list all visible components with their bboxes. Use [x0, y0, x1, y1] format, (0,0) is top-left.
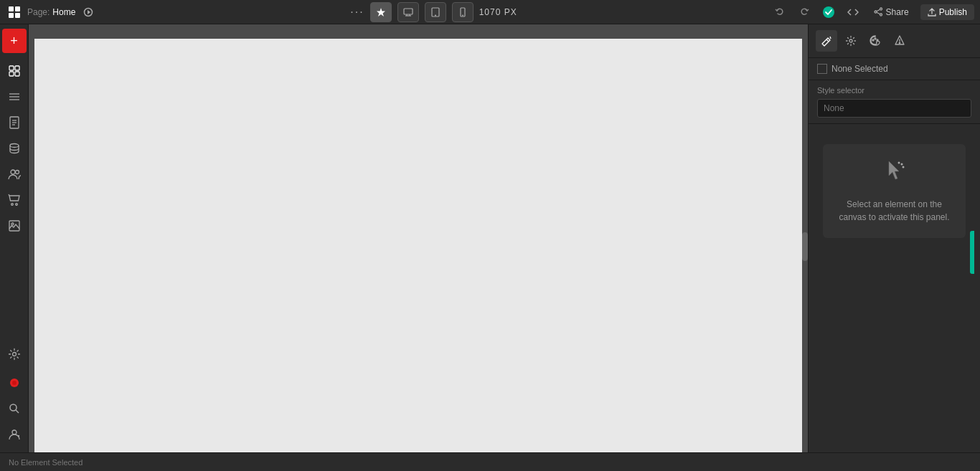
svg-point-16: [880, 8, 882, 10]
right-panel: None Selected Style selector Select an e…: [808, 24, 980, 452]
sidebar-item-layers[interactable]: [2, 85, 27, 109]
panel-empty-state: Select an element on the canvas to activ…: [823, 144, 966, 238]
svg-rect-0: [9, 6, 14, 11]
svg-point-43: [10, 404, 17, 411]
canvas-tool-mobile[interactable]: [452, 2, 473, 22]
none-selected-header: None Selected: [809, 58, 980, 80]
tab-color[interactable]: [864, 30, 886, 52]
topbar: Page: Home ···: [0, 0, 980, 24]
svg-point-39: [11, 223, 14, 225]
main-layout: +: [0, 24, 980, 452]
svg-rect-24: [15, 72, 19, 76]
canvas-resize-handle-right[interactable]: [802, 232, 808, 261]
add-element-button[interactable]: +: [2, 29, 27, 53]
more-options-icon[interactable]: ···: [350, 6, 364, 19]
svg-rect-3: [15, 13, 20, 18]
right-panel-tabs: [809, 24, 980, 58]
sidebar-item-settings[interactable]: [2, 342, 27, 366]
svg-rect-2: [9, 13, 14, 18]
code-view-button[interactable]: [844, 3, 862, 22]
none-selected-label: None Selected: [831, 64, 888, 74]
redo-button[interactable]: [795, 3, 814, 22]
svg-point-17: [875, 11, 877, 13]
publish-button[interactable]: Publish: [920, 4, 974, 20]
none-selected-checkbox[interactable]: [817, 64, 827, 74]
svg-marker-6: [377, 8, 385, 16]
svg-point-59: [902, 166, 904, 168]
svg-point-42: [12, 381, 17, 385]
tab-settings[interactable]: [840, 30, 862, 52]
svg-point-51: [872, 39, 874, 41]
sidebar-item-search[interactable]: [2, 396, 27, 421]
page-info: Page: Home: [27, 7, 75, 17]
sidebar-item-record[interactable]: [2, 371, 27, 395]
element-status-text: No Element Selected: [9, 458, 83, 467]
svg-point-53: [877, 39, 878, 41]
svg-point-15: [823, 6, 834, 18]
right-scroll-indicator: [970, 231, 974, 274]
tab-actions[interactable]: [889, 30, 910, 52]
svg-point-50: [849, 39, 852, 42]
style-selector-input[interactable]: [817, 99, 971, 118]
sidebar-item-elements[interactable]: [2, 59, 27, 83]
sidebar-bottom: [2, 342, 27, 368]
canvas-tool-desktop[interactable]: [397, 2, 419, 22]
undo-button[interactable]: [771, 3, 789, 22]
share-button[interactable]: Share: [868, 4, 915, 20]
sidebar-item-pages[interactable]: [2, 110, 27, 135]
svg-point-58: [900, 163, 903, 166]
canvas-area[interactable]: [29, 24, 808, 452]
sidebar-item-members[interactable]: [2, 162, 27, 186]
svg-point-18: [880, 14, 882, 16]
sidebar-item-media[interactable]: [2, 214, 27, 238]
page-name[interactable]: Home: [52, 7, 75, 17]
status-indicator[interactable]: [819, 3, 838, 22]
share-label: Share: [886, 7, 909, 17]
bottom-bar: No Element Selected: [0, 452, 980, 471]
canvas-frame[interactable]: [34, 39, 802, 452]
sidebar-item-database[interactable]: [2, 136, 27, 161]
panel-content-area: Select an element on the canvas to activ…: [809, 124, 980, 452]
svg-rect-1: [15, 6, 20, 11]
svg-point-32: [10, 144, 19, 148]
topbar-right: Share Publish: [771, 3, 974, 22]
svg-point-14: [462, 15, 463, 16]
svg-point-57: [897, 162, 900, 164]
svg-line-19: [877, 9, 880, 11]
app-logo[interactable]: [6, 4, 23, 21]
svg-point-52: [875, 38, 876, 39]
style-selector-section: Style selector: [809, 80, 980, 124]
sidebar-item-store[interactable]: [2, 188, 27, 212]
svg-point-36: [15, 204, 17, 206]
panel-empty-text: Select an element on the canvas to activ…: [837, 198, 951, 224]
svg-rect-7: [404, 9, 413, 14]
page-settings-icon[interactable]: [80, 4, 97, 21]
svg-point-45: [12, 430, 17, 434]
svg-rect-22: [15, 66, 19, 70]
svg-line-44: [16, 410, 19, 413]
svg-rect-21: [9, 66, 14, 70]
svg-line-20: [877, 12, 880, 14]
sidebar-item-account[interactable]: [2, 422, 27, 447]
svg-rect-23: [9, 72, 14, 76]
page-label: Page:: [27, 7, 50, 17]
add-icon: +: [10, 34, 18, 49]
topbar-left: Page: Home: [6, 4, 97, 21]
canvas-tool-star[interactable]: [370, 2, 392, 22]
svg-point-12: [435, 15, 435, 16]
svg-point-33: [11, 170, 15, 174]
tab-style[interactable]: [816, 30, 837, 52]
svg-point-34: [15, 171, 19, 174]
click-cursor-icon: [883, 158, 906, 189]
publish-label: Publish: [939, 7, 967, 17]
svg-point-56: [899, 42, 900, 43]
svg-line-48: [826, 39, 829, 42]
svg-point-40: [12, 353, 16, 356]
canvas-tool-tablet[interactable]: [425, 2, 446, 22]
svg-marker-5: [88, 10, 90, 14]
topbar-center-group: ··· 1070 PX: [350, 2, 517, 22]
svg-point-35: [11, 204, 13, 206]
svg-line-37: [9, 194, 9, 196]
svg-line-49: [830, 37, 831, 39]
left-sidebar: +: [0, 24, 29, 452]
